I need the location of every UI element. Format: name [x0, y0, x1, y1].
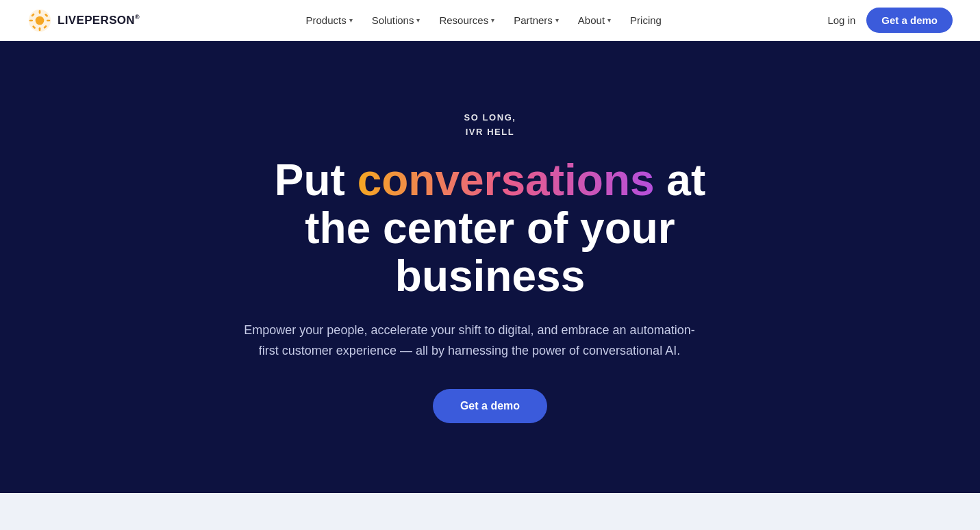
hero-eyebrow: SO LONG, IVR HELL — [237, 111, 744, 140]
hero-content: SO LONG, IVR HELL Put conversations at t… — [237, 111, 744, 423]
nav-link-resources[interactable]: Resources ▾ — [431, 9, 503, 31]
hero-description: Empower your people, accelerate your shi… — [237, 320, 703, 362]
navbar-nav: Products ▾ Solutions ▾ Resources ▾ Partn… — [298, 9, 670, 31]
hero-title-gradient: conversations — [357, 155, 655, 205]
login-link[interactable]: Log in — [827, 14, 855, 26]
nav-label-resources: Resources — [439, 14, 488, 26]
navbar-actions: Log in Get a demo — [827, 8, 953, 33]
hero-eyebrow-line2: IVR HELL — [237, 125, 744, 140]
svg-point-1 — [36, 16, 45, 25]
chevron-down-icon: ▾ — [607, 16, 611, 24]
logo-text: LIVEPERSON® — [58, 14, 140, 27]
nav-label-partners: Partners — [514, 14, 553, 26]
logo-icon — [27, 8, 52, 33]
nav-label-solutions: Solutions — [372, 14, 414, 26]
svg-rect-4 — [29, 19, 33, 21]
nav-link-partners[interactable]: Partners ▾ — [505, 9, 567, 31]
chevron-down-icon: ▾ — [416, 16, 420, 24]
nav-link-pricing[interactable]: Pricing — [622, 9, 670, 31]
get-demo-button-nav[interactable]: Get a demo — [866, 8, 953, 33]
nav-item-products[interactable]: Products ▾ — [298, 9, 361, 31]
nav-item-partners[interactable]: Partners ▾ — [505, 9, 567, 31]
svg-rect-5 — [47, 19, 50, 21]
nav-link-about[interactable]: About ▾ — [570, 9, 619, 31]
hero-section: SO LONG, IVR HELL Put conversations at t… — [0, 41, 980, 493]
svg-rect-3 — [39, 27, 41, 30]
logo-link[interactable]: LIVEPERSON® — [27, 8, 140, 33]
nav-label-products: Products — [306, 14, 347, 26]
nav-item-about[interactable]: About ▾ — [570, 9, 619, 31]
svg-rect-2 — [39, 10, 41, 13]
get-demo-button-hero[interactable]: Get a demo — [433, 389, 547, 423]
nav-item-resources[interactable]: Resources ▾ — [431, 9, 503, 31]
hero-title: Put conversations at the center of your … — [237, 156, 744, 301]
hero-title-prefix: Put — [275, 155, 357, 205]
chevron-down-icon: ▾ — [349, 16, 353, 24]
nav-label-about: About — [578, 14, 605, 26]
hero-eyebrow-line1: SO LONG, — [237, 111, 744, 125]
nav-link-products[interactable]: Products ▾ — [298, 9, 361, 31]
navbar: LIVEPERSON® Products ▾ Solutions ▾ Resou… — [0, 0, 980, 41]
bottom-section — [0, 493, 980, 530]
chevron-down-icon: ▾ — [555, 16, 559, 24]
nav-label-pricing: Pricing — [630, 14, 662, 26]
nav-link-solutions[interactable]: Solutions ▾ — [364, 9, 429, 31]
nav-item-solutions[interactable]: Solutions ▾ — [364, 9, 429, 31]
chevron-down-icon: ▾ — [491, 16, 494, 24]
nav-item-pricing[interactable]: Pricing — [622, 9, 670, 31]
